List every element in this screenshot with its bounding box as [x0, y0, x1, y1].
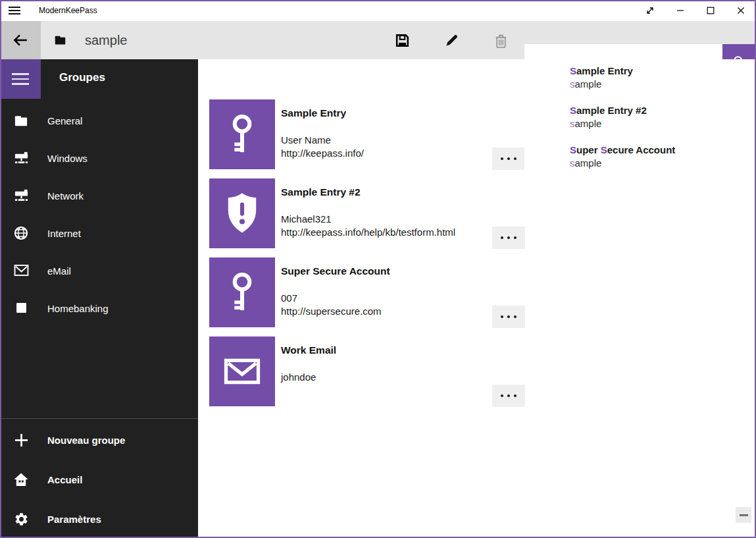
sidebar-item-homebanking[interactable]: Homebanking [0, 289, 198, 327]
modernkeepass-window: ModernKeePass sample [0, 0, 756, 538]
highlighted-text: s [570, 157, 575, 169]
more-button[interactable] [492, 385, 525, 407]
entry-tile [209, 336, 275, 406]
highlighted-text: s [570, 78, 575, 90]
more-button[interactable] [492, 227, 525, 249]
globe-icon [13, 225, 29, 241]
folder-icon [13, 113, 29, 128]
plus-icon [13, 432, 29, 448]
search-result-item[interactable]: Super Secure Account sample [524, 144, 755, 178]
entry-tile [209, 178, 275, 248]
home-icon [13, 471, 29, 487]
ellipsis-icon [501, 157, 503, 160]
key-icon [227, 271, 257, 313]
entry-url: http://keepass.info/help/kb/testform.htm… [281, 226, 455, 239]
entry-url: http://keepass.info/ [281, 147, 364, 160]
entry-title: Sample Entry [281, 107, 346, 119]
minimize-button[interactable] [665, 0, 695, 21]
key-icon [227, 113, 257, 155]
sidebar-hamburger-button[interactable] [0, 59, 41, 99]
square-icon [13, 300, 29, 316]
entry-title: Sample Entry #2 [281, 186, 361, 198]
save-button[interactable] [386, 24, 418, 56]
minus-icon [740, 514, 748, 516]
sidebar-item-general[interactable]: General [0, 101, 198, 139]
close-icon [737, 7, 745, 14]
entry-username: User Name [281, 134, 331, 147]
minimize-icon [676, 7, 684, 14]
maximize-icon [707, 7, 715, 14]
shield-exclamation-icon [223, 192, 261, 235]
sidebar-item-email[interactable]: eMail [0, 252, 198, 289]
groups-heading: Groupes [59, 71, 105, 84]
ellipsis-icon [501, 394, 503, 397]
delete-button[interactable] [485, 24, 517, 56]
entry-tile [209, 257, 275, 327]
titlebar-hamburger-icon[interactable] [9, 5, 22, 16]
sidebar-divider [0, 418, 198, 419]
highlighted-text: S [601, 144, 607, 155]
sidebar-item-internet[interactable]: Internet [0, 214, 198, 252]
search-result-item[interactable]: Sample Entry sample [524, 65, 755, 99]
search-result-item[interactable]: Sample Entry #2 sample [524, 104, 755, 138]
back-arrow-icon [12, 32, 29, 49]
close-button[interactable] [726, 0, 756, 21]
highlighted-text: S [570, 105, 576, 116]
search-results-dropdown: Sample Entry sample Sample Entry #2 samp… [524, 59, 755, 179]
envelope-icon [224, 357, 261, 386]
highlighted-text: S [570, 144, 576, 155]
entry-title: Super Secure Account [281, 265, 390, 277]
gear-icon [13, 511, 29, 527]
network-device-icon [13, 150, 29, 166]
window-controls [635, 0, 756, 21]
hamburger-icon [12, 73, 29, 85]
entry-username: johndoe [281, 371, 316, 384]
fullscreen-button[interactable] [635, 0, 665, 21]
app-title: ModernKeePass [39, 0, 97, 21]
ellipsis-icon [501, 236, 503, 239]
trash-icon [493, 32, 509, 49]
envelope-icon [13, 263, 29, 279]
entry-tile [209, 99, 275, 169]
database-title: sample [85, 21, 127, 59]
maximize-button[interactable] [695, 0, 726, 21]
network-device-icon [13, 188, 29, 203]
entry-title: Work Email [281, 344, 336, 356]
zoom-out-button[interactable] [736, 507, 751, 523]
command-bar: sample [0, 21, 756, 59]
entry-row-super-secure-account[interactable]: Super Secure Account 007 http://supersec… [209, 257, 525, 327]
ellipsis-icon [501, 315, 503, 318]
entry-row-work-email[interactable]: Work Email johndoe [209, 336, 525, 406]
edit-button[interactable] [436, 24, 468, 56]
entry-row-sample-entry[interactable]: Sample Entry User Name http://keepass.in… [209, 99, 525, 169]
entry-username: 007 [281, 292, 297, 305]
more-button[interactable] [492, 148, 525, 170]
sidebar-item-windows[interactable]: Windows [0, 139, 198, 176]
sidebar: Groupes General Windows Network Internet… [0, 59, 198, 538]
highlighted-text: s [570, 118, 575, 129]
new-group-button[interactable]: Nouveau groupe [0, 420, 198, 460]
more-button[interactable] [492, 306, 525, 328]
save-icon [394, 32, 411, 49]
titlebar: ModernKeePass [0, 0, 756, 21]
sidebar-item-network[interactable]: Network [0, 176, 198, 214]
entry-row-sample-entry-2[interactable]: Sample Entry #2 Michael321 http://keepas… [209, 178, 525, 248]
home-button[interactable]: Accueil [0, 460, 198, 499]
entry-username: Michael321 [281, 213, 332, 226]
highlighted-text: S [570, 65, 576, 76]
settings-button[interactable]: Paramètres [0, 499, 198, 538]
database-folder-icon [54, 34, 66, 48]
entry-url: http://supersecure.com [281, 305, 382, 318]
pencil-icon [444, 32, 460, 48]
back-button[interactable] [0, 21, 41, 59]
diagonal-resize-icon [645, 6, 655, 15]
